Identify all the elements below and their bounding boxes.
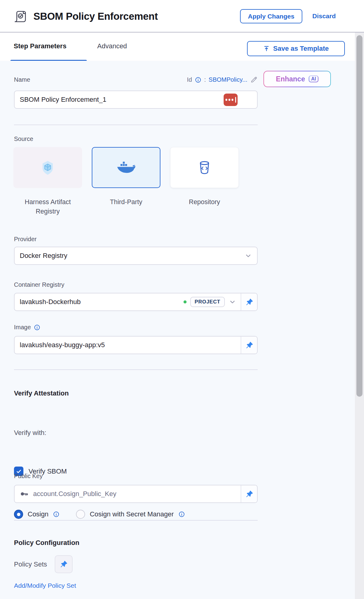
discard-button[interactable]: Discard bbox=[312, 12, 336, 20]
name-input[interactable]: SBOM Policy Enforcement_1 bbox=[14, 91, 258, 109]
pin-icon bbox=[245, 490, 253, 498]
info-icon[interactable] bbox=[34, 324, 40, 331]
chevron-down-icon bbox=[228, 298, 236, 306]
scope-badge: PROJECT bbox=[190, 297, 225, 307]
image-label: Image bbox=[14, 324, 31, 331]
page-title: SBOM Policy Enforcement bbox=[33, 11, 158, 22]
source-option-label: Repository bbox=[189, 197, 220, 207]
container-registry-select[interactable]: lavakush-Dockerhub PROJECT bbox=[15, 293, 241, 310]
input-type-pin-button[interactable] bbox=[241, 485, 257, 502]
runtime-input-type-icon[interactable] bbox=[224, 94, 238, 106]
key-icon bbox=[20, 489, 29, 498]
panel-header: SBOM Policy Enforcement Apply Changes Di… bbox=[0, 0, 364, 33]
add-modify-policy-set-link[interactable]: Add/Modify Policy Set bbox=[14, 582, 76, 589]
upload-icon bbox=[263, 45, 270, 52]
radio-selected-icon bbox=[14, 510, 23, 519]
step-parameters-form: Name Id : SBOMPolicy... Enhance AI S bbox=[0, 61, 355, 599]
tab-advanced[interactable]: Advanced bbox=[97, 42, 127, 50]
policy-configuration-heading: Policy Configuration bbox=[14, 539, 79, 547]
image-field: lavakush/easy-buggy-app:v5 bbox=[14, 336, 258, 354]
public-key-input[interactable]: account.Cosign_Public_Key bbox=[15, 485, 241, 502]
ai-badge: AI bbox=[309, 76, 318, 82]
container-registry-field: lavakush-Dockerhub PROJECT bbox=[14, 293, 258, 311]
public-key-value: account.Cosign_Public_Key bbox=[29, 490, 241, 498]
policy-sets-label: Policy Sets bbox=[14, 560, 47, 568]
pin-icon bbox=[245, 341, 253, 349]
source-option-har[interactable]: Harness Artifact Registry bbox=[13, 147, 82, 216]
source-label: Source bbox=[14, 135, 33, 142]
verify-with-label: Verify with: bbox=[14, 429, 46, 437]
name-value: SBOM Policy Enforcement_1 bbox=[15, 96, 257, 104]
scrollbar-track[interactable] bbox=[355, 33, 364, 599]
save-as-template-label: Save as Template bbox=[273, 45, 329, 53]
source-option-repository[interactable]: Repository bbox=[170, 147, 239, 216]
chevron-down-icon bbox=[244, 252, 252, 260]
image-value: lavakush/easy-buggy-app:v5 bbox=[15, 341, 241, 349]
public-key-label: Public Key bbox=[14, 473, 43, 480]
section-divider bbox=[14, 369, 258, 370]
source-option-label: Harness Artifact Registry bbox=[13, 197, 82, 216]
repository-bucket-icon bbox=[196, 159, 213, 176]
verify-attestation-heading: Verify Attestation bbox=[14, 389, 69, 397]
image-input[interactable]: lavakush/easy-buggy-app:v5 bbox=[15, 337, 241, 354]
provider-select[interactable]: Docker Registry bbox=[14, 247, 258, 265]
edit-pencil-icon[interactable] bbox=[250, 76, 258, 84]
step-id-value: SBOMPolicy... bbox=[209, 76, 247, 83]
scrollbar-thumb[interactable] bbox=[356, 35, 362, 397]
radio-unselected-icon bbox=[76, 510, 85, 519]
id-label: Id bbox=[187, 76, 192, 83]
container-registry-label: Container Registry bbox=[14, 281, 64, 288]
id-separator: : bbox=[204, 76, 206, 83]
save-as-template-button[interactable]: Save as Template bbox=[247, 41, 345, 56]
verify-with-radio-group: Cosign Cosign with Secret Manager bbox=[14, 510, 185, 519]
input-type-pin-button[interactable] bbox=[241, 337, 257, 354]
policy-sets-row: Policy Sets bbox=[14, 555, 73, 573]
connector-status-dot bbox=[184, 300, 187, 303]
input-type-pin-button[interactable] bbox=[241, 293, 257, 310]
name-label: Name bbox=[14, 76, 30, 83]
step-config-panel: SBOM Policy Enforcement Apply Changes Di… bbox=[0, 0, 364, 599]
provider-label: Provider bbox=[14, 236, 36, 243]
source-options: Harness Artifact Registry Third-Party bbox=[13, 147, 239, 216]
container-registry-value: lavakush-Dockerhub bbox=[15, 298, 184, 306]
radio-cosign[interactable]: Cosign bbox=[14, 510, 60, 519]
info-icon[interactable] bbox=[53, 511, 60, 518]
public-key-field: account.Cosign_Public_Key bbox=[14, 485, 258, 503]
docker-whale-icon bbox=[116, 161, 136, 175]
enhance-ai-button[interactable]: Enhance AI bbox=[263, 71, 331, 87]
info-icon[interactable] bbox=[178, 511, 185, 518]
source-option-third-party[interactable]: Third-Party bbox=[92, 147, 160, 216]
radio-cosign-secret-manager[interactable]: Cosign with Secret Manager bbox=[76, 510, 185, 519]
policy-scroll-icon bbox=[14, 9, 28, 24]
step-id-row: Id : SBOMPolicy... bbox=[187, 76, 258, 84]
source-option-label: Third-Party bbox=[110, 197, 142, 207]
enhance-label: Enhance bbox=[276, 75, 305, 83]
info-icon[interactable] bbox=[195, 77, 201, 83]
tab-step-parameters[interactable]: Step Parameters bbox=[14, 42, 67, 50]
policy-sets-pin-button[interactable] bbox=[55, 555, 73, 573]
apply-changes-button[interactable]: Apply Changes bbox=[240, 9, 302, 23]
provider-value: Docker Registry bbox=[15, 252, 244, 260]
har-cube-icon bbox=[39, 159, 56, 176]
section-divider bbox=[14, 125, 258, 125]
section-divider bbox=[14, 520, 258, 521]
pin-icon bbox=[245, 298, 253, 306]
pin-icon bbox=[60, 560, 68, 568]
